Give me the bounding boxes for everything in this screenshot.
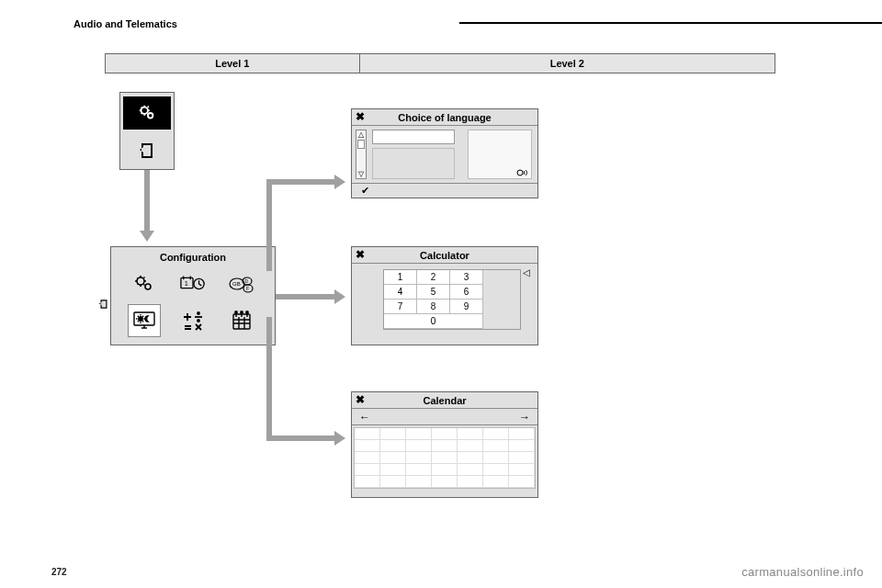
next-month-button[interactable]: → <box>519 411 530 424</box>
calendar-panel: ✖ Calendar ← → <box>351 391 538 498</box>
svg-point-17 <box>198 312 199 314</box>
config-item-settings[interactable] <box>128 267 161 300</box>
key-7[interactable]: 7 <box>384 300 417 314</box>
config-item-calendar[interactable] <box>225 304 258 337</box>
prev-month-button[interactable]: ← <box>359 411 370 424</box>
key-5[interactable]: 5 <box>417 285 450 300</box>
scrollbar[interactable]: △ ▽ <box>356 130 367 179</box>
gear-icon <box>137 103 157 123</box>
key-8[interactable]: 8 <box>417 300 450 314</box>
svg-point-5 <box>145 284 151 289</box>
flow-arrowhead <box>334 289 345 304</box>
close-button[interactable]: ✖ <box>356 110 365 123</box>
start-panel <box>119 92 175 170</box>
svg-point-18 <box>198 320 199 322</box>
svg-text:GB: GB <box>232 281 241 287</box>
flow-arrowhead <box>334 431 345 446</box>
config-item-brightness[interactable] <box>128 304 161 337</box>
svg-point-22 <box>246 311 248 313</box>
key-1[interactable]: 1 <box>384 270 417 285</box>
flow-arrowhead <box>140 231 154 242</box>
confirm-bar[interactable]: ✔ <box>352 183 537 198</box>
key-6[interactable]: 6 <box>450 285 483 300</box>
svg-point-0 <box>141 107 148 114</box>
close-button[interactable]: ✖ <box>356 248 365 261</box>
svg-point-20 <box>235 311 237 313</box>
calculator-title: Calculator <box>352 250 537 261</box>
svg-rect-2 <box>143 145 151 156</box>
svg-text:1: 1 <box>185 279 188 288</box>
calculator-ops-icon <box>182 310 204 332</box>
language-title: Choice of language <box>352 112 537 123</box>
section-header: Audio and Telematics <box>74 18 177 29</box>
flow-arrow <box>266 179 272 271</box>
calendar-title: Calendar <box>352 395 537 406</box>
language-panel: ✖ Choice of language △ ▽ ✔ <box>351 108 538 198</box>
config-item-language[interactable]: GB D F <box>225 267 258 300</box>
svg-text:D: D <box>245 278 249 284</box>
gear-button-dark[interactable] <box>123 96 171 130</box>
level-1-header: Level 1 <box>106 54 360 73</box>
level-header-bar: Level 1 Level 2 <box>105 53 775 74</box>
key-4[interactable]: 4 <box>384 285 417 300</box>
language-list[interactable] <box>372 148 455 179</box>
calculator-panel: ✖ Calculator ◁ 1 2 3 4 5 6 7 8 9 0 <box>351 246 538 345</box>
key-0[interactable]: 0 <box>384 314 483 329</box>
check-icon: ✔ <box>361 185 369 197</box>
header-rule <box>459 22 882 24</box>
svg-rect-3 <box>102 301 107 308</box>
flow-arrow <box>266 179 336 185</box>
flow-arrow <box>144 170 150 232</box>
configuration-title: Configuration <box>111 249 275 266</box>
key-2[interactable]: 2 <box>417 270 450 285</box>
gears-icon <box>133 273 155 295</box>
svg-point-16 <box>138 317 141 321</box>
svg-point-23 <box>517 170 523 175</box>
scroll-down-icon: ▽ <box>358 170 364 178</box>
brightness-monitor-icon <box>132 310 156 332</box>
calendar-grid[interactable] <box>354 427 536 489</box>
close-button[interactable]: ✖ <box>356 393 365 406</box>
date-time-icon: 1 <box>180 273 206 295</box>
speak-icon <box>516 168 529 177</box>
backspace-button[interactable]: ◁ <box>523 267 530 277</box>
watermark: carmanualsonline.info <box>741 565 864 579</box>
flow-arrow <box>276 294 336 300</box>
config-item-calculator[interactable] <box>176 304 209 337</box>
calculator-keypad: 1 2 3 4 5 6 7 8 9 0 <box>383 269 521 330</box>
flow-arrow <box>266 317 272 441</box>
back-into-screen-icon <box>136 140 158 162</box>
back-button[interactable] <box>129 135 165 166</box>
language-selected-item[interactable] <box>372 130 455 144</box>
svg-point-21 <box>241 311 243 313</box>
configuration-panel: Configuration 1 <box>110 246 276 345</box>
flow-arrowhead <box>334 175 345 189</box>
flow-arrow <box>266 435 336 441</box>
svg-text:F: F <box>246 286 249 291</box>
page-number: 272 <box>51 567 67 577</box>
scroll-thumb[interactable] <box>357 140 365 149</box>
back-into-screen-icon[interactable] <box>97 298 110 311</box>
language-preview <box>468 130 532 179</box>
key-9[interactable]: 9 <box>450 300 483 314</box>
level-2-header: Level 2 <box>360 54 775 73</box>
config-item-date-time[interactable]: 1 <box>176 267 209 300</box>
key-3[interactable]: 3 <box>450 270 483 285</box>
calendar-icon <box>231 310 253 332</box>
scroll-up-icon: △ <box>358 130 364 139</box>
language-gbdf-icon: GB D F <box>228 274 255 294</box>
